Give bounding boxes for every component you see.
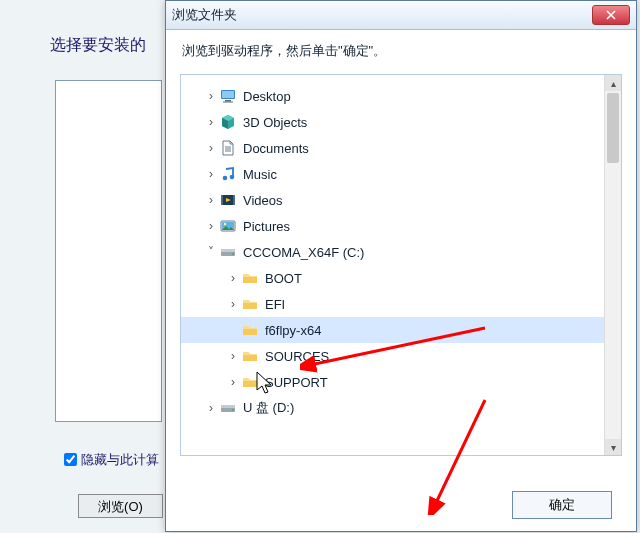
tree-node-label: SUPPORT [265,375,328,390]
chevron-right-icon[interactable]: › [203,219,219,233]
chevron-right-icon[interactable]: › [203,141,219,155]
chevron-right-icon[interactable]: › [225,297,241,311]
tree-node-pictures[interactable]: ›Pictures [181,213,617,239]
folder-icon [241,295,259,313]
svg-rect-19 [221,405,235,408]
hide-checkbox-label: 隐藏与此计算 [81,451,159,469]
music-icon [219,165,237,183]
tree-scrollbar[interactable]: ▴ ▾ [604,75,621,455]
tree-node-documents[interactable]: ›Documents [181,135,617,161]
parent-window-title: 选择要安装的 [50,35,146,56]
svg-rect-11 [233,195,235,205]
tree-node-music[interactable]: ›Music [181,161,617,187]
tree-node-cccoma-x64f-c-[interactable]: ˅CCCOMA_X64F (C:) [181,239,617,265]
scroll-down-button[interactable]: ▾ [605,439,621,455]
chevron-right-icon[interactable]: › [225,375,241,389]
chevron-right-icon[interactable]: › [203,89,219,103]
tree-node-label: f6flpy-x64 [265,323,321,338]
tree-node-label: Documents [243,141,309,156]
chevron-right-icon[interactable]: › [225,271,241,285]
tree-node-label: U 盘 (D:) [243,399,294,417]
tree-node-desktop[interactable]: ›Desktop [181,83,617,109]
svg-rect-16 [221,249,235,252]
tree-node-videos[interactable]: ›Videos [181,187,617,213]
tree-node-label: CCCOMA_X64F (C:) [243,245,364,260]
chevron-right-icon[interactable]: › [225,349,241,363]
tree-node-efi[interactable]: ›EFI [181,291,617,317]
folder-icon [241,321,259,339]
drive-icon [219,243,237,261]
tree-node-u-d-[interactable]: ›U 盘 (D:) [181,395,617,421]
folder-tree-container: ›Desktop›3D Objects›Documents›Music›Vide… [180,74,622,456]
svg-rect-1 [222,91,234,98]
doc-icon [219,139,237,157]
chevron-right-icon[interactable]: › [203,115,219,129]
chevron-right-icon[interactable]: › [203,401,219,415]
dialog-button-row: 确定 [512,491,612,519]
tree-node-support[interactable]: ›SUPPORT [181,369,617,395]
3d-icon [219,113,237,131]
svg-rect-2 [225,100,231,102]
tree-node-label: Videos [243,193,283,208]
dialog-title: 浏览文件夹 [172,6,592,24]
tree-node-label: Desktop [243,89,291,104]
tree-node-3d-objects[interactable]: ›3D Objects [181,109,617,135]
folder-tree[interactable]: ›Desktop›3D Objects›Documents›Music›Vide… [181,75,621,456]
browse-button[interactable]: 浏览(O) [78,494,163,518]
hide-incompatible-checkbox[interactable]: 隐藏与此计算 [60,450,159,469]
tree-node-sources[interactable]: ›SOURCES [181,343,617,369]
ok-button[interactable]: 确定 [512,491,612,519]
scroll-up-button[interactable]: ▴ [605,75,621,91]
svg-point-20 [232,409,234,411]
drive-icon [219,399,237,417]
tree-node-label: SOURCES [265,349,329,364]
dialog-instruction: 浏览到驱动程序，然后单击"确定"。 [166,30,636,68]
tree-node-label: BOOT [265,271,302,286]
chevron-right-icon[interactable]: › [203,193,219,207]
tree-node-f6flpy-x64[interactable]: f6flpy-x64 [181,317,617,343]
folder-icon [241,347,259,365]
chevron-right-icon[interactable]: › [203,167,219,181]
tree-node-label: Pictures [243,219,290,234]
video-icon [219,191,237,209]
hide-checkbox-input[interactable] [64,453,77,466]
close-icon [606,10,616,20]
scroll-thumb[interactable] [607,93,619,163]
pic-icon [219,217,237,235]
svg-rect-3 [223,102,233,103]
svg-point-14 [224,223,226,225]
svg-rect-10 [221,195,223,205]
tree-node-boot[interactable]: ›BOOT [181,265,617,291]
tree-node-label: Music [243,167,277,182]
svg-point-7 [223,176,228,181]
folder-icon [241,373,259,391]
close-button[interactable] [592,5,630,25]
desktop-icon [219,87,237,105]
browse-folder-dialog: 浏览文件夹 浏览到驱动程序，然后单击"确定"。 ›Desktop›3D Obje… [165,0,637,532]
tree-node-label: EFI [265,297,285,312]
folder-icon [241,269,259,287]
svg-point-8 [230,175,235,180]
chevron-down-icon[interactable]: ˅ [203,245,219,259]
svg-point-17 [232,253,234,255]
tree-node-label: 3D Objects [243,115,307,130]
dialog-titlebar: 浏览文件夹 [166,1,636,30]
driver-listbox[interactable] [55,80,162,422]
